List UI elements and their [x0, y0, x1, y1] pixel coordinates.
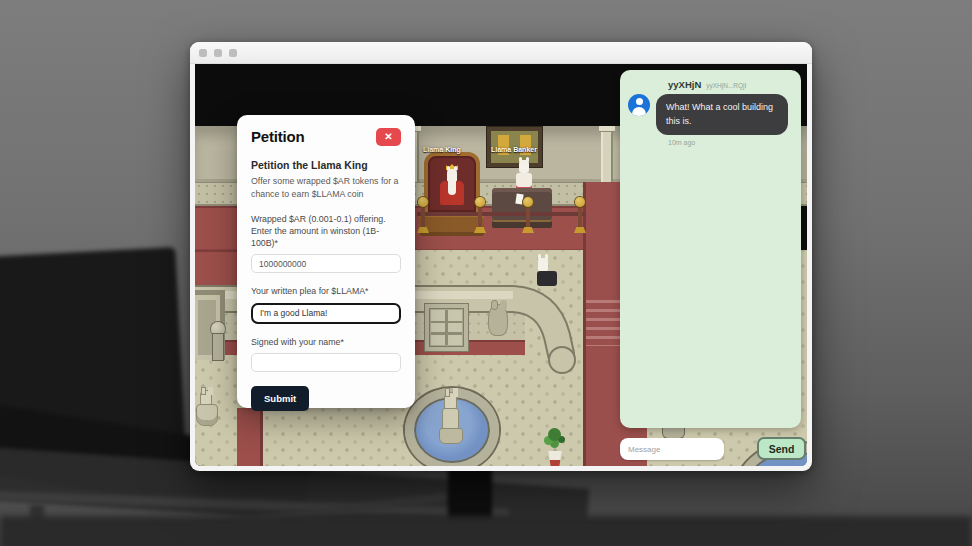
potted-plant: [543, 426, 567, 466]
submit-button[interactable]: Submit: [251, 386, 309, 411]
game-viewport[interactable]: Llama King Llama Banker: [195, 64, 807, 466]
chat-message-row: What! What a cool building this is.: [628, 94, 793, 135]
desktop-backdrop: Llama King Llama Banker: [0, 0, 972, 546]
plea-input[interactable]: [251, 303, 401, 324]
railing-post: [526, 204, 530, 230]
plant-pot: [547, 451, 563, 466]
chat-username: yyXHjN: [668, 79, 701, 90]
visitor-llama-head: [538, 258, 548, 272]
statue-pedestal: [196, 404, 218, 426]
send-button[interactable]: Send: [757, 437, 806, 460]
newel-post: [210, 322, 226, 362]
llama-king-sprite[interactable]: [438, 164, 466, 216]
petition-description: Offer some wrapped $AR tokens for a chan…: [251, 175, 401, 201]
window-control-close-icon[interactable]: [199, 49, 207, 57]
llama-banker-head: [519, 160, 529, 173]
chat-user-row: yyXHjN yyXHjN...RQjI: [668, 79, 793, 90]
modal-title: Petition: [251, 128, 304, 145]
llama-king-body: [440, 181, 464, 205]
fountain-llama-statue: [438, 392, 464, 448]
visitor-llama-body: [537, 271, 557, 286]
name-field-label: Signed with your name*: [251, 336, 401, 348]
wall-pilaster: [601, 126, 613, 182]
railing-post: [478, 204, 482, 230]
railing-post: [421, 204, 425, 230]
amount-input[interactable]: [251, 254, 401, 273]
close-icon[interactable]: ✕: [376, 128, 401, 146]
chat-wallet-address: yyXHjN...RQjI: [706, 82, 746, 89]
lower-left-red-wall: [237, 408, 263, 466]
llama-king-label: Llama King: [423, 146, 461, 156]
railing-post: [578, 204, 582, 230]
statue-body: [442, 408, 459, 430]
chat-message-bubble: What! What a cool building this is.: [656, 94, 788, 135]
llama-statue: [196, 390, 218, 450]
banker-desk: [492, 188, 552, 228]
ledge-window: [425, 304, 468, 351]
statue-base: [439, 428, 463, 444]
window-control-zoom-icon[interactable]: [229, 49, 237, 57]
chat-panel: yyXHjN yyXHjN...RQjI What! What a cool b…: [620, 70, 801, 428]
app-window: Llama King Llama Banker: [190, 42, 812, 471]
throne: [420, 152, 484, 238]
window-titlebar[interactable]: [190, 42, 812, 64]
window-control-minimize-icon[interactable]: [214, 49, 222, 57]
stairs: [586, 300, 624, 346]
modal-header: Petition ✕: [251, 128, 401, 146]
amount-field-label: Wrapped $AR (0.001-0.1) offering. Enter …: [251, 213, 401, 250]
railing-bar: [417, 212, 585, 216]
plea-field-label: Your written plea for $LLAMA*: [251, 285, 401, 297]
chat-message-input[interactable]: [620, 438, 724, 460]
visitor-llama-sprite[interactable]: [536, 258, 558, 290]
chat-timestamp: 10m ago: [668, 139, 793, 146]
llama-banker-label: Llama Banker: [491, 146, 537, 156]
signature-input[interactable]: [251, 353, 401, 372]
petition-heading: Petition the Llama King: [251, 159, 401, 171]
backdrop-floor-shadow: [0, 516, 972, 546]
left-carpet-band: [195, 250, 240, 287]
petition-modal: Petition ✕ Petition the Llama King Offer…: [237, 115, 415, 408]
user-avatar-icon[interactable]: [628, 94, 650, 116]
llama-relief: [488, 304, 508, 336]
